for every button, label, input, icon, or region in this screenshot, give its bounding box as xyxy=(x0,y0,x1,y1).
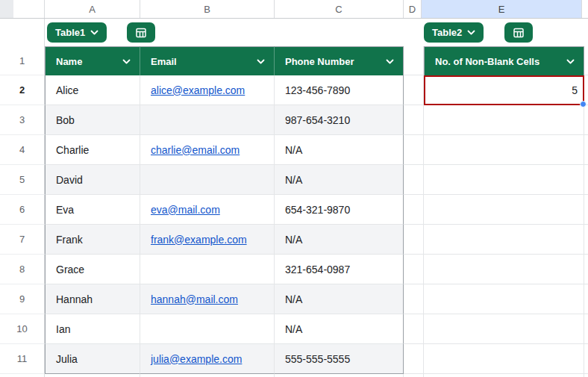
column-header-a[interactable]: A xyxy=(45,0,140,18)
email-cell[interactable]: alice@example.com xyxy=(140,75,275,105)
cell-e[interactable] xyxy=(424,314,584,344)
cell-e[interactable] xyxy=(424,105,584,135)
row-2: 2 Alice alice@example.com 123-456-7890 5 xyxy=(0,75,588,105)
row-header-3[interactable]: 3 xyxy=(0,105,45,135)
cell-text: Bob xyxy=(56,114,75,126)
phone-cell[interactable]: N/A xyxy=(275,165,404,195)
email-link[interactable]: charlie@email.com xyxy=(151,144,240,156)
cell-d[interactable] xyxy=(404,135,424,165)
row-header-9[interactable]: 9 xyxy=(0,284,45,314)
header-cell-email[interactable]: Email xyxy=(140,46,275,75)
cell-d[interactable] xyxy=(404,374,424,377)
name-cell[interactable]: Alice xyxy=(45,75,140,105)
header-cell-name[interactable]: Name xyxy=(45,46,140,75)
email-cell[interactable] xyxy=(140,165,275,195)
chevron-down-icon[interactable] xyxy=(122,59,131,64)
cell-d[interactable] xyxy=(404,344,424,374)
cell-e[interactable] xyxy=(424,255,584,284)
grid-filler xyxy=(584,105,588,135)
email-link[interactable]: alice@example.com xyxy=(151,84,245,96)
row-header-12[interactable] xyxy=(0,374,45,377)
email-cell[interactable] xyxy=(140,255,275,284)
phone-cell[interactable]: N/A xyxy=(275,284,404,314)
email-cell[interactable]: eva@mail.com xyxy=(140,195,275,225)
table2-chip[interactable]: Table2 xyxy=(424,22,484,43)
column-header-b[interactable]: B xyxy=(140,0,275,18)
row-header-11[interactable]: 11 xyxy=(0,344,45,374)
row-header-4[interactable]: 4 xyxy=(0,135,45,165)
row-header-6[interactable]: 6 xyxy=(0,195,45,225)
chevron-down-icon[interactable] xyxy=(386,59,394,64)
name-cell[interactable]: Hannah xyxy=(45,284,140,314)
cell-e[interactable] xyxy=(424,225,584,255)
row-header-10[interactable]: 10 xyxy=(0,314,45,344)
email-cell[interactable]: hannah@mail.com xyxy=(140,284,275,314)
email-link[interactable]: eva@mail.com xyxy=(151,204,220,216)
chevron-down-icon[interactable] xyxy=(257,59,265,64)
column-header-e[interactable]: E xyxy=(422,0,582,18)
row-10: 10 Ian N/A xyxy=(0,314,588,344)
table1-menu-button[interactable] xyxy=(127,22,155,43)
select-all-corner[interactable] xyxy=(0,0,45,18)
name-cell[interactable]: Charlie xyxy=(45,135,140,165)
email-cell[interactable]: julia@example.com xyxy=(140,344,275,374)
email-cell[interactable]: frank@example.com xyxy=(140,225,275,255)
cell-e[interactable] xyxy=(424,135,584,165)
name-cell[interactable]: David xyxy=(45,165,140,195)
phone-cell[interactable]: N/A xyxy=(275,225,404,255)
cell-a[interactable] xyxy=(45,374,140,377)
cell-e[interactable] xyxy=(424,344,584,374)
email-cell[interactable] xyxy=(140,105,275,135)
table1-chip[interactable]: Table1 xyxy=(47,22,107,43)
cell-d[interactable] xyxy=(404,165,424,195)
name-cell[interactable]: Frank xyxy=(45,225,140,255)
name-cell[interactable]: Eva xyxy=(45,195,140,225)
row-header-8[interactable]: 8 xyxy=(0,255,45,284)
cell-c[interactable] xyxy=(275,374,404,377)
email-link[interactable]: julia@example.com xyxy=(151,353,242,365)
header-cell-nonblank[interactable]: No. of Non-Blank Cells xyxy=(424,46,584,75)
row-3: 3 Bob 987-654-3210 xyxy=(0,105,588,135)
row-header-2[interactable]: 2 xyxy=(0,75,45,105)
email-cell[interactable] xyxy=(140,314,275,344)
cell-d[interactable] xyxy=(404,225,424,255)
selected-cell-e2[interactable]: 5 xyxy=(424,75,584,105)
cell-e[interactable] xyxy=(424,165,584,195)
phone-cell[interactable]: 654-321-9870 xyxy=(275,195,404,225)
row-header-5[interactable]: 5 xyxy=(0,165,45,195)
phone-cell[interactable]: 987-654-3210 xyxy=(275,105,404,135)
cell-b[interactable] xyxy=(140,374,275,377)
phone-cell[interactable]: 321-654-0987 xyxy=(275,255,404,284)
column-header-d[interactable]: D xyxy=(404,0,422,18)
name-cell[interactable]: Julia xyxy=(45,344,140,374)
cell-d[interactable] xyxy=(404,255,424,284)
cell-text: Grace xyxy=(56,264,84,275)
phone-cell[interactable]: 123-456-7890 xyxy=(275,75,404,105)
name-cell[interactable]: Bob xyxy=(45,105,140,135)
chevron-down-icon[interactable] xyxy=(566,59,575,64)
row-header-1[interactable]: 1 xyxy=(0,46,45,75)
table2-menu-button[interactable] xyxy=(504,22,533,43)
cell-d[interactable] xyxy=(404,284,424,314)
cell-d[interactable] xyxy=(404,105,424,135)
column-header-c[interactable]: C xyxy=(275,0,404,18)
cell-d[interactable] xyxy=(404,195,424,225)
cell-e[interactable] xyxy=(424,374,584,377)
cell-d[interactable] xyxy=(404,75,424,105)
cell-text: Charlie xyxy=(56,144,89,156)
cell-e[interactable] xyxy=(424,195,584,225)
header-cell-phone[interactable]: Phone Number xyxy=(275,46,404,75)
phone-cell[interactable]: N/A xyxy=(275,135,404,165)
phone-cell[interactable]: N/A xyxy=(275,314,404,344)
name-cell[interactable]: Ian xyxy=(45,314,140,344)
fill-handle[interactable] xyxy=(580,101,587,108)
cell-e[interactable] xyxy=(424,284,584,314)
email-link[interactable]: frank@example.com xyxy=(151,234,247,246)
cell-d[interactable] xyxy=(404,314,424,344)
phone-cell[interactable]: 555-555-5555 xyxy=(275,344,404,374)
email-cell[interactable]: charlie@email.com xyxy=(140,135,275,165)
email-link[interactable]: hannah@mail.com xyxy=(151,293,238,305)
row-header-7[interactable]: 7 xyxy=(0,225,45,255)
cell-d1[interactable] xyxy=(404,46,424,75)
name-cell[interactable]: Grace xyxy=(45,255,140,284)
